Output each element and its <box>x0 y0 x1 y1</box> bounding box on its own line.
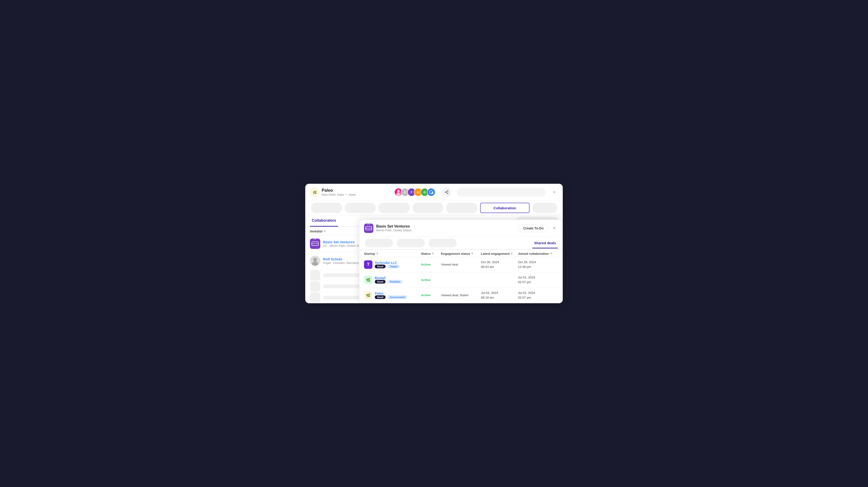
fp-table-row: 🌿 Paleo Seed Assessment Active Viewed de… <box>359 288 562 303</box>
svg-line-20 <box>446 191 447 192</box>
startup-cell-paleo: 🌿 Paleo Seed Assessment <box>364 291 421 299</box>
tag-assessment-paleo: Assessment <box>388 295 407 299</box>
tab-placeholder-5[interactable] <box>446 203 477 213</box>
fp-sort-latest-icon: ⇕ <box>510 252 513 255</box>
svg-point-16 <box>447 191 448 192</box>
fp-latest-paleo: Jul 03, 2024 08:19 am <box>481 291 518 300</box>
basis-logo-icon <box>310 238 320 249</box>
rolf-avatar <box>310 256 320 266</box>
search-bar[interactable] <box>457 188 546 197</box>
bio4all-logo: 🌿 <box>364 276 372 284</box>
sort-investor-icon: ⇕ <box>323 230 326 233</box>
startup-cell-techcube: T Techcube LLC Seed Target <box>364 260 421 269</box>
svg-text:G: G <box>417 191 419 194</box>
tab-bar: Collaboration <box>305 201 563 215</box>
investor-name-basis[interactable]: Basis Set Ventures <box>323 240 365 244</box>
svg-text:🌿: 🌿 <box>313 191 317 195</box>
main-close-button[interactable]: × <box>551 189 558 196</box>
fp-tab-placeholder-2[interactable] <box>397 239 425 247</box>
fp-tab-placeholder-3[interactable] <box>429 239 457 247</box>
fp-close-icon: × <box>553 226 556 231</box>
tab-placeholder-last[interactable] <box>532 203 557 213</box>
fp-table-row: T Techcube LLC Seed Target Active Viewed… <box>359 257 562 273</box>
fp-close-button[interactable]: × <box>551 225 558 232</box>
company-info: Paleo New Delhi, India • Seed <box>322 188 355 196</box>
svg-text:F: F <box>411 191 412 194</box>
fp-status-techcube: Active <box>421 263 441 266</box>
svg-point-15 <box>432 192 433 194</box>
company-logo-area: 🌿 Paleo New Delhi, India • Seed <box>310 188 355 197</box>
paleo-logo-fp: 🌿 <box>364 291 372 299</box>
main-card: 🌿 Paleo New Delhi, India • Seed C F <box>305 184 563 303</box>
paleo-logo-icon: 🌿 <box>310 188 319 197</box>
fp-table-header: Startup ⇕ Status ⇕ Engagement status ⇕ L… <box>359 250 562 257</box>
fp-joined-techcube: Oct 29, 2024 12:38 pm <box>518 260 558 269</box>
tag-seed-paleo: Seed <box>375 295 385 299</box>
svg-point-17 <box>445 192 446 193</box>
fp-logo <box>364 224 373 233</box>
fp-joined-bio4all: Jul 01, 2024 02:07 pm <box>518 275 558 285</box>
header-avatars: C F G G <box>394 188 435 196</box>
investor-sub-rolf: Angel Dresden, Germany <box>323 261 359 265</box>
fp-tabs: Shared deals <box>359 237 562 250</box>
tab-placeholder-1[interactable] <box>311 203 342 213</box>
investor-name-rolf[interactable]: Rolf Schulz <box>323 257 359 261</box>
fp-company-info: Basis Set Ventures Menlo Park, United St… <box>376 224 411 232</box>
fp-col-engagement-status[interactable]: Engagement status ⇕ <box>441 252 481 255</box>
fp-latest-techcube: Oct 28, 2024 08:43 am <box>481 260 518 269</box>
header: 🌿 Paleo New Delhi, India • Seed C F <box>305 184 563 201</box>
tag-seed-bio4all: Seed <box>375 280 385 284</box>
fp-col-startup[interactable]: Startup ⇕ <box>364 252 421 255</box>
svg-text:🌿: 🌿 <box>366 278 371 282</box>
fp-col-latest-engagement[interactable]: Latest engagement ⇕ <box>481 252 518 255</box>
fp-sort-status-icon: ⇕ <box>432 252 434 255</box>
tag-target-techcube: Target <box>388 265 400 268</box>
bio4all-info: Bio4all Seed Portfolio <box>375 276 404 284</box>
fp-tab-shared-deals[interactable]: Shared deals <box>532 238 558 249</box>
techcube-info: Techcube LLC Seed Target <box>375 261 401 268</box>
techcube-logo: T <box>364 260 372 269</box>
bio4all-tags: Seed Portfolio <box>375 280 404 284</box>
company-name: Paleo <box>322 188 355 193</box>
fp-status-paleo: Active <box>421 293 441 297</box>
avatar-6[interactable] <box>427 188 435 196</box>
tab-placeholder-4[interactable] <box>412 203 443 213</box>
startup-cell-bio4all: 🌿 Bio4all Seed Portfolio <box>364 276 421 284</box>
startup-name-paleo[interactable]: Paleo <box>375 291 408 295</box>
fp-engagement-paleo: Viewed deal, Rated <box>441 293 481 297</box>
svg-point-13 <box>428 189 435 196</box>
fp-table-row: 🌿 Bio4all Seed Portfolio Active Jul 01, … <box>359 272 562 288</box>
startup-name-bio4all[interactable]: Bio4all <box>375 276 404 280</box>
paleo-info-fp: Paleo Seed Assessment <box>375 291 408 299</box>
techcube-tags: Seed Target <box>375 265 401 268</box>
investor-info-rolf: Rolf Schulz Angel Dresden, Germany <box>323 257 359 265</box>
paleo-tags: Seed Assessment <box>375 295 408 299</box>
tab-placeholder-3[interactable] <box>378 203 410 213</box>
basis-set-ventures-logo <box>310 238 320 249</box>
svg-line-19 <box>446 193 447 193</box>
fp-company-location: Menlo Park, United States <box>376 229 411 232</box>
sub-nav-collaborators[interactable]: Collaborators <box>310 215 338 227</box>
svg-point-4 <box>396 193 401 196</box>
fp-col-status[interactable]: Status ⇕ <box>421 252 441 255</box>
investor-sub-basis: VC Menlo Park, United States <box>323 244 365 248</box>
svg-text:🌿: 🌿 <box>366 293 371 298</box>
fp-tab-placeholder-1[interactable] <box>365 239 393 247</box>
tab-collaboration[interactable]: Collaboration <box>480 203 529 213</box>
fp-sort-eng-status-icon: ⇕ <box>471 252 473 255</box>
tab-placeholder-2[interactable] <box>345 203 376 213</box>
svg-text:G: G <box>424 191 426 194</box>
create-todo-button[interactable]: Create To-Do <box>518 224 549 232</box>
fp-status-bio4all: Active <box>421 278 441 282</box>
fp-joined-paleo: Jul 01, 2024 02:07 pm <box>518 291 558 300</box>
svg-point-3 <box>397 190 400 193</box>
fp-col-joined[interactable]: Joined collaboration ⇕ <box>518 252 558 255</box>
startup-name-techcube[interactable]: Techcube LLC <box>375 261 401 265</box>
fp-engagement-techcube: Viewed deal <box>441 263 481 266</box>
tag-portfolio-bio4all: Portfolio <box>388 280 403 284</box>
svg-point-26 <box>312 262 318 266</box>
svg-point-18 <box>447 193 448 194</box>
share-button[interactable] <box>442 188 451 197</box>
svg-point-25 <box>313 258 317 262</box>
tag-seed-techcube: Seed <box>375 265 385 268</box>
